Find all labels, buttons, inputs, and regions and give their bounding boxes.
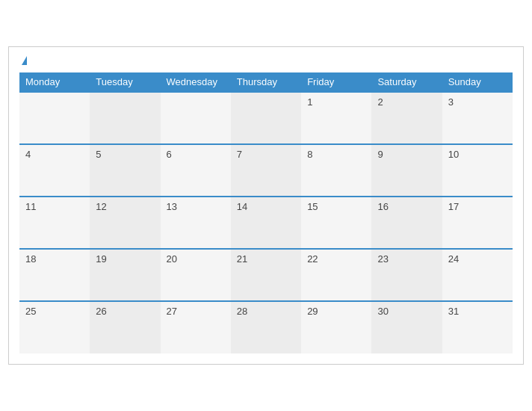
calendar-day-cell: 24 bbox=[442, 249, 513, 301]
calendar-header bbox=[19, 56, 513, 65]
calendar-week-row: 25262728293031 bbox=[19, 301, 513, 353]
weekday-header: Sunday bbox=[442, 72, 513, 92]
day-number: 1 bbox=[307, 96, 312, 108]
day-number: 19 bbox=[96, 253, 106, 265]
calendar-day-cell: 7 bbox=[231, 144, 301, 197]
calendar-day-cell: 25 bbox=[19, 301, 90, 353]
calendar-day-cell: 17 bbox=[442, 197, 513, 249]
weekday-header-row: MondayTuesdayWednesdayThursdayFridaySatu… bbox=[19, 72, 513, 92]
day-number: 29 bbox=[307, 306, 318, 317]
calendar-day-cell: 8 bbox=[301, 144, 371, 197]
calendar-day-cell: 10 bbox=[442, 144, 513, 197]
day-number: 7 bbox=[237, 149, 242, 160]
day-number: 30 bbox=[377, 306, 388, 317]
day-number: 18 bbox=[25, 253, 36, 265]
day-number: 6 bbox=[167, 149, 172, 160]
calendar-day-cell bbox=[231, 92, 301, 144]
logo-triangle-icon bbox=[22, 56, 27, 65]
calendar-day-cell: 28 bbox=[231, 301, 301, 353]
weekday-header: Saturday bbox=[371, 72, 442, 92]
day-number: 2 bbox=[377, 96, 383, 108]
day-number: 16 bbox=[377, 201, 388, 212]
calendar-day-cell bbox=[161, 92, 231, 144]
calendar-day-cell: 18 bbox=[19, 249, 90, 301]
calendar-day-cell: 21 bbox=[231, 249, 301, 301]
calendar-day-cell: 13 bbox=[161, 197, 231, 249]
calendar-week-row: 11121314151617 bbox=[19, 197, 513, 249]
day-number: 11 bbox=[25, 201, 36, 212]
day-number: 21 bbox=[237, 253, 247, 265]
calendar-day-cell: 1 bbox=[301, 92, 371, 144]
calendar-day-cell: 23 bbox=[371, 249, 442, 301]
day-number: 24 bbox=[448, 253, 459, 265]
day-number: 20 bbox=[167, 253, 177, 265]
calendar-day-cell: 19 bbox=[90, 249, 160, 301]
day-number: 26 bbox=[96, 306, 106, 317]
day-number: 23 bbox=[377, 253, 388, 265]
day-number: 31 bbox=[448, 306, 459, 317]
day-number: 9 bbox=[377, 149, 383, 160]
day-number: 4 bbox=[25, 149, 31, 160]
calendar-day-cell: 2 bbox=[371, 92, 442, 144]
weekday-header: Monday bbox=[19, 72, 90, 92]
calendar-day-cell: 22 bbox=[301, 249, 371, 301]
calendar-week-row: 45678910 bbox=[19, 144, 513, 197]
day-number: 22 bbox=[307, 253, 318, 265]
calendar-day-cell: 15 bbox=[301, 197, 371, 249]
calendar-grid: MondayTuesdayWednesdayThursdayFridaySatu… bbox=[19, 72, 513, 353]
day-number: 15 bbox=[307, 201, 318, 212]
calendar-body: 1234567891011121314151617181920212223242… bbox=[19, 92, 513, 353]
calendar-day-cell: 9 bbox=[371, 144, 442, 197]
calendar-day-cell bbox=[19, 92, 90, 144]
calendar-day-cell: 12 bbox=[90, 197, 160, 249]
weekday-header: Friday bbox=[301, 72, 371, 92]
weekday-header: Tuesday bbox=[90, 72, 160, 92]
day-number: 10 bbox=[448, 149, 459, 160]
weekday-header: Wednesday bbox=[161, 72, 231, 92]
calendar-day-cell: 31 bbox=[442, 301, 513, 353]
calendar-day-cell: 20 bbox=[161, 249, 231, 301]
calendar-day-cell: 5 bbox=[90, 144, 160, 197]
day-number: 13 bbox=[167, 201, 177, 212]
calendar-day-cell: 26 bbox=[90, 301, 160, 353]
day-number: 8 bbox=[307, 149, 312, 160]
calendar-day-cell: 27 bbox=[161, 301, 231, 353]
day-number: 17 bbox=[448, 201, 459, 212]
calendar-day-cell: 6 bbox=[161, 144, 231, 197]
day-number: 14 bbox=[237, 201, 247, 212]
logo bbox=[19, 56, 30, 65]
calendar-day-cell: 11 bbox=[19, 197, 90, 249]
calendar-container: MondayTuesdayWednesdayThursdayFridaySatu… bbox=[8, 46, 524, 365]
day-number: 3 bbox=[448, 96, 454, 108]
calendar-week-row: 123 bbox=[19, 92, 513, 144]
calendar-day-cell: 16 bbox=[371, 197, 442, 249]
calendar-day-cell: 30 bbox=[371, 301, 442, 353]
day-number: 27 bbox=[167, 306, 177, 317]
day-number: 25 bbox=[25, 306, 36, 317]
calendar-day-cell: 3 bbox=[442, 92, 513, 144]
weekday-header: Thursday bbox=[231, 72, 301, 92]
calendar-day-cell: 14 bbox=[231, 197, 301, 249]
calendar-week-row: 18192021222324 bbox=[19, 249, 513, 301]
calendar-day-cell: 4 bbox=[19, 144, 90, 197]
calendar-day-cell bbox=[90, 92, 160, 144]
calendar-day-cell: 29 bbox=[301, 301, 371, 353]
day-number: 28 bbox=[237, 306, 247, 317]
day-number: 5 bbox=[96, 149, 101, 160]
day-number: 12 bbox=[96, 201, 106, 212]
